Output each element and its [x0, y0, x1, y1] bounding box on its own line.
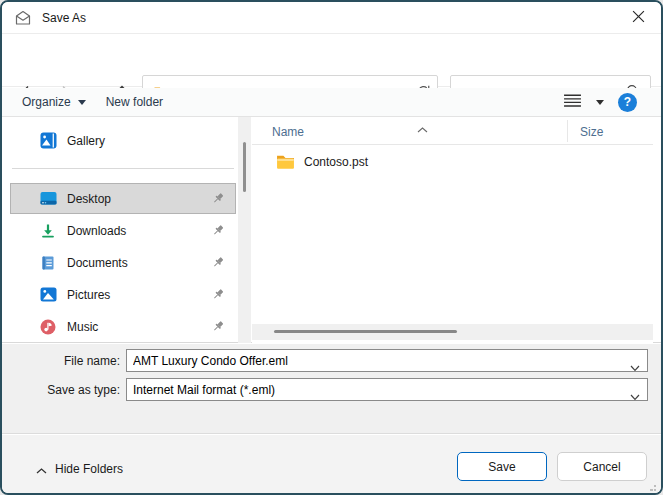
sidebar-item-label: Pictures	[67, 288, 110, 302]
save-as-type-dropdown[interactable]: Internet Mail format (*.eml)	[126, 378, 648, 401]
caret-down-icon	[78, 100, 86, 105]
help-icon[interactable]: ?	[618, 93, 637, 112]
cancel-button[interactable]: Cancel	[557, 452, 647, 481]
new-folder-button[interactable]: New folder	[96, 88, 173, 116]
documents-icon	[39, 255, 57, 271]
file-row-contoso[interactable]: Contoso.pst	[252, 150, 653, 174]
sidebar: Gallery Desktop Downloads	[10, 117, 236, 342]
command-bar: Organize New folder ?	[2, 88, 661, 117]
save-as-type-field-label: Save as type:	[2, 383, 126, 397]
sidebar-item-label: Music	[67, 320, 98, 334]
chevron-up-icon	[36, 460, 47, 478]
desktop-icon	[39, 191, 57, 206]
new-folder-label: New folder	[106, 95, 163, 109]
list-header: Name Size	[252, 117, 653, 145]
footer-bar: Hide Folders Save Cancel	[2, 435, 661, 495]
gallery-icon	[39, 132, 57, 149]
sidebar-item-pictures[interactable]: Pictures	[10, 279, 236, 310]
pin-icon	[211, 320, 225, 334]
fields-area: File name: Save as type: Internet Mail f…	[2, 344, 661, 434]
sidebar-item-music[interactable]: Music	[10, 311, 236, 342]
combo-chevron-icon[interactable]	[630, 387, 640, 405]
scrollbar-thumb[interactable]	[274, 330, 457, 333]
save-as-dialog: Save As › Desktop › Eml ›	[0, 0, 663, 495]
file-list-pane: Name Size Contoso.pst	[252, 117, 653, 343]
hide-folders-button[interactable]: Hide Folders	[36, 460, 123, 478]
organize-button[interactable]: Organize	[12, 88, 96, 116]
column-header-name[interactable]: Name	[272, 125, 304, 139]
pin-icon	[211, 256, 225, 270]
music-icon	[39, 319, 57, 335]
sidebar-scrollbar[interactable]	[238, 117, 251, 343]
scrollbar-thumb[interactable]	[243, 142, 246, 192]
views-caret-icon[interactable]	[596, 100, 604, 105]
downloads-icon	[39, 223, 57, 239]
window-title: Save As	[42, 11, 86, 25]
sidebar-item-gallery[interactable]: Gallery	[10, 125, 236, 156]
file-name-field-label: File name:	[2, 354, 126, 368]
envelope-icon	[14, 9, 32, 27]
file-name-label: Contoso.pst	[304, 155, 368, 169]
hide-folders-label: Hide Folders	[55, 462, 123, 476]
column-divider[interactable]	[567, 120, 568, 142]
close-button[interactable]	[615, 2, 661, 33]
organize-label: Organize	[22, 95, 71, 109]
sort-ascending-icon[interactable]	[417, 119, 428, 137]
sidebar-item-label: Documents	[67, 256, 128, 270]
pin-icon	[211, 192, 225, 206]
save-as-type-value: Internet Mail format (*.eml)	[127, 383, 275, 397]
column-header-size[interactable]: Size	[580, 125, 603, 139]
sidebar-separator	[12, 168, 234, 169]
file-name-combobox[interactable]	[126, 349, 648, 372]
combo-chevron-icon[interactable]	[630, 358, 640, 376]
sidebar-item-desktop[interactable]: Desktop	[10, 183, 236, 214]
sidebar-item-label: Gallery	[67, 134, 105, 148]
sidebar-item-label: Desktop	[67, 192, 111, 206]
title-bar: Save As	[2, 2, 661, 34]
horizontal-scrollbar[interactable]	[252, 324, 653, 340]
views-list-icon[interactable]	[563, 93, 582, 112]
close-icon	[632, 9, 645, 27]
sidebar-item-documents[interactable]: Documents	[10, 247, 236, 278]
pin-icon	[211, 288, 225, 302]
folder-icon	[276, 154, 295, 170]
sidebar-item-label: Downloads	[67, 224, 126, 238]
pictures-icon	[39, 287, 57, 302]
navigation-bar: › Desktop › Eml ›	[2, 35, 661, 87]
save-button[interactable]: Save	[457, 452, 547, 481]
main-area: Gallery Desktop Downloads	[2, 117, 661, 343]
sidebar-item-downloads[interactable]: Downloads	[10, 215, 236, 246]
pin-icon	[211, 224, 225, 238]
file-name-input[interactable]	[127, 354, 647, 368]
